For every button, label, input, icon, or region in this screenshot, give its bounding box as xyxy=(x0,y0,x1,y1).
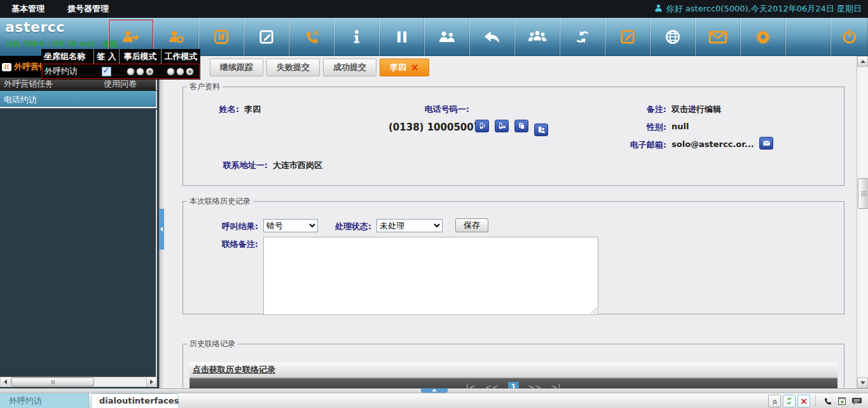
name-label: 姓名: xyxy=(183,104,239,115)
contact-record-legend: 本次联络历史记录 xyxy=(187,196,253,207)
greeting-text: 你好 astercc0(5000),今天2012年06月24日 星期日 xyxy=(666,3,862,15)
main-vscrollbar[interactable] xyxy=(857,56,868,388)
scroll-right-arrow[interactable] xyxy=(146,377,156,386)
address-value: 大连市西岗区 xyxy=(273,160,322,171)
new-window-icon[interactable] xyxy=(836,395,848,407)
pause-badge-icon xyxy=(212,29,231,45)
history-records-legend: 历史联络记录 xyxy=(187,339,238,349)
sidebar-hscrollbar[interactable] xyxy=(0,377,157,387)
email-value: solo@astercc.or... xyxy=(672,139,754,149)
notes-icon xyxy=(257,29,276,45)
hold-button[interactable] xyxy=(380,18,425,56)
history-pagination-bar: |< << 1 >> >| xyxy=(189,378,837,388)
campaign-icon: (( xyxy=(2,63,11,71)
tab-success-submit[interactable]: 成功提交 xyxy=(323,59,376,76)
afterwork-radio-2[interactable] xyxy=(137,68,144,75)
workmode-radio-2[interactable] xyxy=(177,68,184,75)
menu-basic-admin[interactable]: 基本管理 xyxy=(0,0,56,18)
ime-keyboard-icon[interactable] xyxy=(850,395,863,407)
save-button[interactable]: 保存 xyxy=(455,218,488,232)
customer-info-legend: 客户资料 xyxy=(187,81,223,92)
info-button[interactable] xyxy=(334,18,380,56)
copy-record-icon[interactable] xyxy=(514,120,528,132)
email-label: 电子邮箱: xyxy=(590,139,666,151)
page-next-button[interactable]: >> xyxy=(528,383,542,389)
close-panel-button[interactable]: × xyxy=(797,395,810,407)
back-arrow-button[interactable] xyxy=(470,18,515,56)
gender-label: 性别: xyxy=(609,122,666,133)
sidebar-item-phone-appointment[interactable]: 电话约访 xyxy=(0,91,157,108)
sidebar-collapse-handle[interactable] xyxy=(159,209,164,250)
toolbar-icons xyxy=(108,18,868,56)
tab-customer-lisi[interactable]: 李四 × xyxy=(380,59,429,76)
sign-in-checkbox[interactable] xyxy=(102,67,111,76)
process-status-select[interactable]: 未处理 xyxy=(376,219,443,232)
tab-continue-follow[interactable]: 继续跟踪 xyxy=(210,59,263,76)
page-first-button[interactable]: |< xyxy=(465,383,476,389)
info-icon xyxy=(347,29,366,45)
textarea-resize-grip[interactable] xyxy=(591,307,597,314)
scroll-left-arrow[interactable] xyxy=(1,377,11,386)
load-history-link[interactable]: 点击获取历史联络记录 xyxy=(193,364,275,376)
settings-gear-icon xyxy=(754,29,773,45)
statusbar-tab-appointment[interactable]: 外呼约访 xyxy=(0,393,89,408)
contact-note-label: 联络备注: xyxy=(202,239,258,250)
afterwork-icon xyxy=(167,29,186,45)
compose-button[interactable] xyxy=(605,18,651,56)
phone-value: (0138) 10005007 xyxy=(389,122,480,133)
dial-phone-icon xyxy=(302,29,321,45)
gender-value: null xyxy=(672,122,689,131)
conference-users-icon xyxy=(528,29,547,45)
contact-note-textarea[interactable] xyxy=(263,237,598,315)
user-greeting: 你好 astercc0(5000),今天2012年06月24日 星期日 xyxy=(654,3,868,15)
send-sms-icon[interactable] xyxy=(495,120,509,132)
status-bar: 外呼约访 dialoutinterfaces × xyxy=(0,393,868,408)
hold-icon xyxy=(392,29,411,45)
afterwork-radio-3[interactable] xyxy=(146,68,153,75)
pause-badge-button[interactable] xyxy=(199,18,244,56)
menu-dialer-admin[interactable]: 拨号器管理 xyxy=(56,0,120,18)
dial-phone-button[interactable] xyxy=(289,18,334,56)
call-mobile-icon[interactable] xyxy=(475,120,489,132)
call-contact-icon[interactable] xyxy=(534,123,548,136)
page-last-button[interactable]: >| xyxy=(551,383,561,389)
refresh-panel-button[interactable] xyxy=(783,395,796,407)
phone-receiver-icon[interactable] xyxy=(821,395,834,407)
top-menu-bar: 基本管理 拨号器管理 你好 astercc0(5000),今天2012年06月2… xyxy=(0,0,868,18)
toolbar-spacer xyxy=(786,18,831,56)
agent-signout-icon xyxy=(121,29,141,45)
scroll-thumb[interactable] xyxy=(11,377,94,386)
send-email-icon[interactable] xyxy=(759,137,773,150)
notes-button[interactable] xyxy=(244,18,289,56)
tab-label: 李四 xyxy=(390,59,406,76)
collapse-panel-button[interactable] xyxy=(768,395,781,407)
workmode-radio-3[interactable] xyxy=(186,68,193,75)
web-globe-button[interactable] xyxy=(651,18,696,56)
page-prev-button[interactable]: << xyxy=(485,383,499,389)
afterwork-radio-1[interactable] xyxy=(127,68,134,75)
scroll-down-arrow[interactable] xyxy=(857,377,868,388)
customer-info-fieldset: 客户资料 姓名: 李四 电话号码一: (0138) 10005007 备注: 双… xyxy=(183,81,844,186)
remark-value[interactable]: 双击进行编辑 xyxy=(672,104,721,115)
mail-button[interactable] xyxy=(696,18,741,56)
transfer-users-button[interactable] xyxy=(425,18,470,56)
tab-fail-submit[interactable]: 失败提交 xyxy=(266,59,320,76)
workmode-radio-1[interactable] xyxy=(167,68,174,75)
col-header-afterwork-mode: 事后模式 xyxy=(119,49,161,64)
settings-gear-button[interactable] xyxy=(741,18,786,56)
call-result-select[interactable]: 错号 xyxy=(263,219,318,232)
sidebar-right-edge xyxy=(156,109,157,377)
power-button[interactable] xyxy=(831,18,868,56)
conference-users-button[interactable] xyxy=(515,18,560,56)
bottom-collapse-handle[interactable] xyxy=(421,388,448,393)
user-icon xyxy=(654,4,663,14)
statusbar-tab-dialoutinterfaces[interactable]: dialoutinterfaces xyxy=(91,393,179,408)
remark-label: 备注: xyxy=(609,104,666,115)
record-tabs: 继续跟踪 失败提交 成功提交 李四 × xyxy=(210,59,429,76)
switch-sync-button[interactable] xyxy=(560,18,605,56)
scroll-thumb[interactable] xyxy=(858,178,868,209)
extension-status-text: 分机 5000 : OK (6 ms) xyxy=(5,39,95,48)
close-tab-icon[interactable]: × xyxy=(411,63,419,73)
page-current[interactable]: 1 xyxy=(508,382,519,388)
scroll-up-arrow[interactable] xyxy=(857,56,868,67)
